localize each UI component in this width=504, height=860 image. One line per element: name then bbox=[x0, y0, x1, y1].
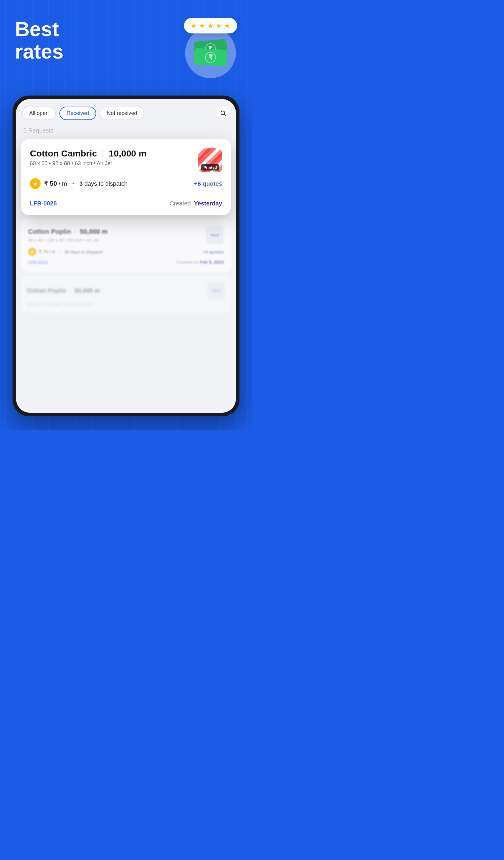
sec-star-icon: ★ bbox=[28, 247, 37, 256]
star-4: ★ bbox=[216, 22, 222, 30]
svg-line-1 bbox=[224, 114, 226, 116]
tab-all-open[interactable]: All open bbox=[22, 106, 56, 120]
rating-bubble: ★ ★ ★ ★ ★ ₹ ₹ bbox=[184, 18, 237, 78]
star-1: ★ bbox=[190, 22, 197, 30]
created-info: Created Yesterday bbox=[170, 200, 222, 207]
title-divider: | bbox=[102, 149, 104, 158]
card-specs: 60 x 60 • 92 x 88 • 63 inch • Air Jet bbox=[30, 160, 198, 167]
header-section: Best rates ★ ★ ★ ★ ★ ₹ ₹ bbox=[0, 0, 252, 87]
quantity: 10,000 m bbox=[109, 148, 147, 159]
dispatch-days: 3 bbox=[80, 180, 83, 187]
tab-not-received-label: Not received bbox=[107, 110, 137, 116]
money-illustration: ₹ ₹ bbox=[185, 27, 236, 78]
phone-frame: All open Received Not received 5 Reques bbox=[13, 96, 240, 416]
currency-symbol: ₹ bbox=[44, 180, 48, 187]
fabric-name: Cotton Cambric bbox=[30, 148, 97, 159]
created-date: Yesterday bbox=[194, 200, 222, 207]
quotes-badge: +6 quotes bbox=[194, 180, 222, 187]
card-header: Cotton Cambric | 10,000 m 60 x 60 • 92 x… bbox=[30, 148, 222, 172]
sec-dispatch: 30 days to dispatch bbox=[64, 249, 103, 255]
star-5: ★ bbox=[224, 22, 231, 30]
card-footer: LFB-0025 Created Yesterday bbox=[30, 195, 222, 207]
filter-row: All open Received Not received bbox=[16, 99, 236, 125]
search-button[interactable] bbox=[216, 106, 230, 120]
order-id: LFB-0025 bbox=[30, 200, 57, 207]
sec-specs: 40 x 40 • 130 x 80 • 58 inch • Air Jet bbox=[28, 238, 202, 242]
main-listing-card[interactable]: Cotton Cambric | 10,000 m 60 x 60 • 92 x… bbox=[21, 139, 231, 215]
quotes-label: quotes bbox=[202, 180, 222, 187]
bill-front: ₹ bbox=[194, 48, 228, 66]
hero-title: Best rates bbox=[15, 18, 63, 63]
rupee-symbol-front: ₹ bbox=[205, 52, 216, 63]
sec-fabric-name: Cotton Poplin bbox=[28, 228, 71, 235]
printed-badge: Printed bbox=[198, 148, 222, 172]
sec-price: ₹ 76 / m bbox=[39, 249, 56, 255]
sec-card-header: Cotton Poplin | 50,000 m 40 x 40 • 130 x… bbox=[28, 226, 224, 244]
price-amount: 50 bbox=[50, 180, 57, 187]
third-badge: Dyed bbox=[207, 282, 225, 300]
sec-created-label: Created on bbox=[176, 259, 198, 264]
requests-label: 5 Requests bbox=[16, 125, 236, 139]
third-quantity: 50,000 m bbox=[74, 287, 100, 294]
best-rate-star: ★ bbox=[30, 178, 41, 189]
sec-badge-label: Dyed bbox=[211, 233, 219, 237]
rating-tooltip: ★ ★ ★ ★ ★ bbox=[184, 18, 237, 33]
sec-footer: LFB-0024 Created on Feb 5, 2023 bbox=[28, 259, 224, 265]
money-bills: ₹ ₹ bbox=[194, 40, 227, 66]
tab-all-open-label: All open bbox=[29, 110, 49, 116]
created-label: Created bbox=[170, 200, 191, 207]
phone-screen: All open Received Not received 5 Reques bbox=[16, 99, 236, 413]
tab-received[interactable]: Received bbox=[59, 106, 96, 120]
sec-order-id: LFB-0024 bbox=[28, 260, 48, 265]
tab-received-label: Received bbox=[67, 110, 89, 116]
sec-badge: Dyed bbox=[206, 226, 224, 244]
third-listing-card: Cotton Poplin | 50,000 m Dyed 40 x 40 • … bbox=[21, 276, 231, 313]
separator-dot: • bbox=[72, 181, 74, 186]
sec-price-row: ★ ₹ 76 / m • 30 days to dispatch +5 quot… bbox=[28, 247, 224, 256]
price-text: ₹ 50 / m bbox=[44, 180, 67, 188]
dispatch-text: 3 days to dispatch bbox=[80, 180, 128, 187]
sec-quotes: +5 quotes bbox=[203, 249, 224, 255]
phone-mockup: All open Received Not received 5 Reques bbox=[13, 96, 240, 416]
third-specs: 40 x 40 • 130 x 80 • 58 inch • Air Jet bbox=[27, 302, 225, 307]
card-title-group: Cotton Cambric | 10,000 m 60 x 60 • 92 x… bbox=[30, 148, 198, 167]
third-fabric-name: Cotton Poplin bbox=[27, 287, 66, 294]
price-unit: / m bbox=[59, 180, 67, 187]
price-row: ★ ₹ 50 / m • 3 days to dispatch +6 quote… bbox=[30, 178, 222, 189]
tab-not-received[interactable]: Not received bbox=[100, 106, 144, 120]
badge-label: Printed bbox=[201, 164, 219, 171]
sec-created-date: Feb 5, 2023 bbox=[200, 259, 224, 264]
card-title-line: Cotton Cambric | 10,000 m bbox=[30, 148, 198, 159]
dispatch-label: days to dispatch bbox=[85, 180, 128, 187]
star-2: ★ bbox=[199, 22, 205, 30]
sec-quantity: 50,000 m bbox=[80, 228, 107, 235]
secondary-listing-card: Cotton Poplin | 50,000 m 40 x 40 • 130 x… bbox=[21, 219, 231, 272]
sec-created-info: Created on Feb 5, 2023 bbox=[176, 259, 224, 265]
search-icon bbox=[220, 110, 226, 116]
star-3: ★ bbox=[207, 22, 214, 30]
quotes-count: +6 bbox=[194, 180, 201, 187]
